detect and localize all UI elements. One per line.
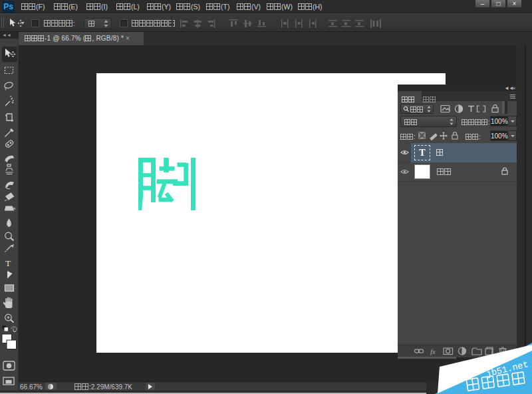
svg-text:T: T [5,258,11,268]
